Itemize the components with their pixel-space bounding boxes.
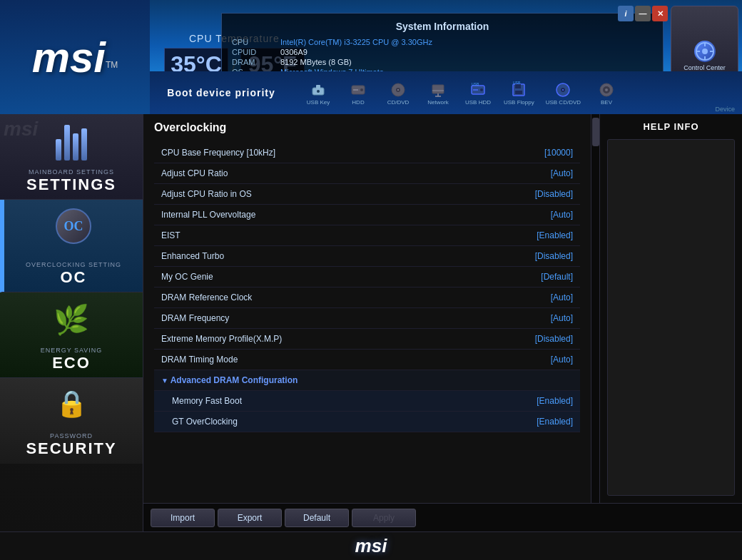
dram-label: DRAM xyxy=(232,58,275,66)
oc-row-adjust-cpu-ratio-value: [Auto] xyxy=(551,168,573,178)
usb-hdd-icon: USB xyxy=(469,81,487,98)
sidebar-item-oc[interactable]: OC Overclocking setting OC xyxy=(0,200,143,292)
top-header: msiTM CPU Temperature 35°C / 95°F System… xyxy=(0,0,742,114)
oc-row-dram-timing[interactable]: DRAM Timing Mode [Auto] xyxy=(154,350,580,370)
control-center-label: Control Center xyxy=(683,64,726,71)
oc-row-my-oc-genie-value: [Default] xyxy=(541,272,573,282)
default-button[interactable]: Default xyxy=(285,509,349,527)
settings-watermark: msi xyxy=(4,118,38,141)
boot-device-usb-cd[interactable]: USB CD/DVD xyxy=(542,78,585,108)
boot-device-hdd-label: HDD xyxy=(352,99,364,106)
msi-trademark: TM xyxy=(106,59,118,69)
minimize-button[interactable]: — xyxy=(635,6,651,21)
settings-icon xyxy=(56,125,87,161)
security-icon: 🔒 xyxy=(56,389,88,418)
oc-row-internal-pll-value: [Auto] xyxy=(551,210,573,220)
footer-msi-logo: msi xyxy=(355,535,387,557)
info-button[interactable]: i xyxy=(618,6,634,21)
oc-row-eist[interactable]: EIST [Enabled] xyxy=(154,225,580,246)
oc-row-xmp[interactable]: Extreme Memory Profile(X.M.P) [Disabled] xyxy=(154,329,580,350)
oc-row-internal-pll-name: Internal PLL Overvoltage xyxy=(161,210,255,220)
security-sub-label: Password xyxy=(50,432,93,439)
svg-text:USB: USB xyxy=(513,81,521,85)
hdd-icon xyxy=(350,81,367,98)
cpu-value: Intel(R) Core(TM) i3-3225 CPU @ 3.30GHz xyxy=(280,38,653,46)
security-main-label: SECURITY xyxy=(26,439,116,458)
boot-device-hdd[interactable]: HDD xyxy=(340,78,377,108)
sidebar: msi Mainboard settings SETTINGS OC xyxy=(0,114,143,531)
oc-row-dram-ref-clock-name: DRAM Reference Clock xyxy=(161,292,252,302)
oc-row-my-oc-genie[interactable]: My OC Genie [Default] xyxy=(154,267,580,287)
oc-main-label: OC xyxy=(61,268,87,287)
oc-row-dram-freq[interactable]: DRAM Frequency [Auto] xyxy=(154,308,580,329)
oc-sub-label: Overclocking setting xyxy=(26,261,121,268)
boot-device-usb-key-label: USB Key xyxy=(307,99,330,106)
network-icon xyxy=(430,81,447,98)
oc-list-inner: Overclocking CPU Base Frequency [10kHz] … xyxy=(143,114,591,503)
sidebar-item-security[interactable]: 🔒 Password SECURITY xyxy=(0,378,143,464)
main-panel: Overclocking CPU Base Frequency [10kHz] … xyxy=(143,114,742,531)
scroll-thumb[interactable] xyxy=(592,118,599,146)
oc-row-xmp-value: [Disabled] xyxy=(535,334,573,344)
oc-row-advanced-dram-header[interactable]: Advanced DRAM Configuration xyxy=(154,370,580,391)
oc-row-advanced-dram-label: Advanced DRAM Configuration xyxy=(161,375,298,385)
oc-row-adjust-cpu-ratio-os-name: Adjust CPU Ratio in OS xyxy=(161,189,252,199)
boot-device-usb-floppy-label: USB Floppy xyxy=(504,99,534,106)
boot-device-usb-key[interactable]: USB Key xyxy=(300,78,337,108)
oc-row-xmp-name: Extreme Memory Profile(X.M.P) xyxy=(161,334,282,344)
device-section-label: Device xyxy=(715,106,735,113)
oc-row-dram-freq-value: [Auto] xyxy=(551,313,573,323)
cpuid-value: 0306A9 xyxy=(280,48,653,56)
help-title: HELP INFO xyxy=(607,121,735,132)
oc-row-cpu-base-freq[interactable]: CPU Base Frequency [10kHz] [10000] xyxy=(154,143,580,163)
boot-device-usb-hdd[interactable]: USB USB HDD xyxy=(459,78,497,108)
svg-point-14 xyxy=(397,89,399,91)
sidebar-item-settings[interactable]: msi Mainboard settings SETTINGS xyxy=(0,114,143,200)
svg-text:USB: USB xyxy=(472,82,479,86)
export-button[interactable]: Export xyxy=(218,509,282,527)
oc-row-memory-fast-boot-value: [Enabled] xyxy=(537,396,573,406)
sidebar-item-eco[interactable]: 🌿 Energy saving ECO xyxy=(0,292,143,378)
oc-row-adjust-cpu-ratio-name: Adjust CPU Ratio xyxy=(161,168,228,178)
system-info-title: System Information xyxy=(232,21,653,32)
scrollbar[interactable] xyxy=(591,114,599,503)
oc-row-adjust-cpu-ratio[interactable]: Adjust CPU Ratio [Auto] xyxy=(154,163,580,184)
help-panel: HELP INFO xyxy=(599,114,742,503)
close-button[interactable]: ✕ xyxy=(652,6,668,21)
svg-point-8 xyxy=(317,90,320,93)
oc-row-eist-value: [Enabled] xyxy=(537,230,573,240)
msi-logo: msiTM xyxy=(0,0,150,114)
settings-main-label: SETTINGS xyxy=(26,175,116,194)
help-content-area xyxy=(607,139,735,496)
oc-row-gt-overclocking-name: GT OverClocking xyxy=(172,417,238,427)
bev-icon xyxy=(598,81,615,98)
oc-row-cpu-base-freq-name: CPU Base Frequency [10kHz] xyxy=(161,148,275,158)
boot-device-bev-label: BEV xyxy=(601,99,612,106)
window-controls: i — ✕ xyxy=(618,6,668,21)
svg-point-20 xyxy=(480,88,483,91)
oc-row-enhanced-turbo[interactable]: Enhanced Turbo [Disabled] xyxy=(154,246,580,267)
oc-row-adjust-cpu-ratio-os-value: [Disabled] xyxy=(535,189,573,199)
boot-device-usb-floppy[interactable]: USB USB Floppy xyxy=(499,78,539,108)
boot-device-network[interactable]: Network xyxy=(420,78,457,108)
overclocking-section-title: Overclocking xyxy=(154,121,580,134)
boot-devices-list: USB Key HDD CD/DVD xyxy=(293,78,742,108)
oc-row-dram-timing-value: [Auto] xyxy=(551,355,573,365)
boot-device-bev[interactable]: BEV xyxy=(588,78,625,108)
oc-row-internal-pll[interactable]: Internal PLL Overvoltage [Auto] xyxy=(154,205,580,225)
apply-button[interactable]: Apply xyxy=(352,509,416,527)
oc-row-gt-overclocking[interactable]: GT OverClocking [Enabled] xyxy=(154,412,580,432)
usb-floppy-icon: USB xyxy=(510,81,527,98)
cd-dvd-icon xyxy=(390,81,407,98)
boot-device-cd-dvd[interactable]: CD/DVD xyxy=(380,78,417,108)
main-area: msi Mainboard settings SETTINGS OC xyxy=(0,114,742,531)
oc-row-dram-ref-clock[interactable]: DRAM Reference Clock [Auto] xyxy=(154,287,580,308)
svg-point-10 xyxy=(360,88,363,91)
boot-device-priority-label: Boot device priority xyxy=(150,87,293,98)
oc-row-memory-fast-boot[interactable]: Memory Fast Boot [Enabled] xyxy=(154,391,580,412)
svg-point-29 xyxy=(562,89,564,91)
oc-row-adjust-cpu-ratio-os[interactable]: Adjust CPU Ratio in OS [Disabled] xyxy=(154,184,580,205)
eco-sub-label: Energy saving xyxy=(41,347,103,354)
settings-sub-label: Mainboard settings xyxy=(29,168,114,175)
import-button[interactable]: Import xyxy=(151,509,215,527)
